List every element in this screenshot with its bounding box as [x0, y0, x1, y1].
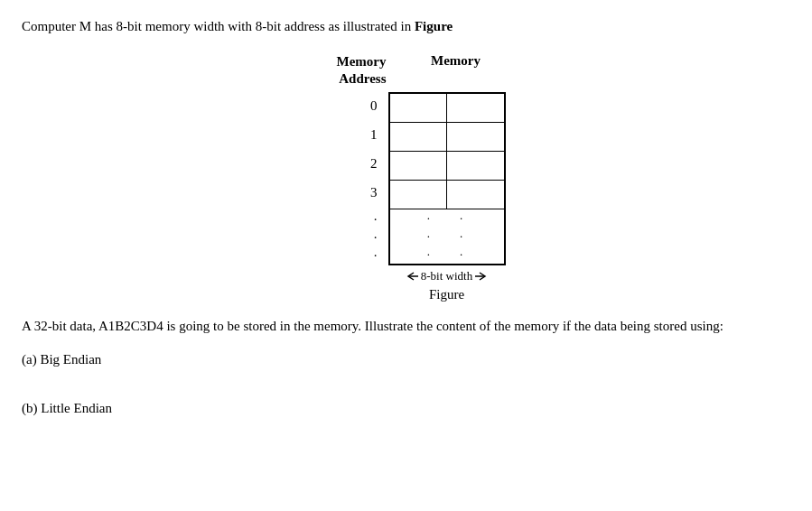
- addr-0: 0: [370, 92, 378, 121]
- intro-bold: Figure: [415, 19, 453, 33]
- mem-row-1: [390, 123, 504, 152]
- questions: A 32-bit data, A1B2C3D4 is going to be s…: [22, 315, 790, 421]
- mem-cell-0-left: [390, 94, 447, 122]
- right-arrow-icon: [474, 271, 487, 282]
- memory-table: · · · · · ·: [388, 92, 506, 265]
- mem-cell-2-left: [390, 152, 447, 180]
- bit-width-row: 8-bit width: [388, 269, 506, 283]
- left-arrow-icon: [406, 271, 419, 282]
- diagram-wrapper: MemoryAddress Memory 0 1 2 3 . . .: [22, 53, 790, 302]
- addr-2: 2: [370, 150, 378, 179]
- mem-dots: · ·: [390, 209, 504, 228]
- mem-cell-2-right: [447, 152, 504, 180]
- address-labels: 0 1 2 3 . . .: [307, 92, 388, 262]
- intro-before-bold: Computer M has 8-bit memory width with 8…: [22, 19, 415, 33]
- mem-row-2: [390, 152, 504, 181]
- mem-cell-0-right: [447, 94, 504, 122]
- mem-dots-2: · ·: [390, 228, 504, 246]
- addr-dot-1: .: [374, 208, 378, 226]
- question-text: A 32-bit data, A1B2C3D4 is going to be s…: [22, 315, 790, 339]
- part-a: (a) Big Endian: [22, 348, 790, 372]
- figure-label: Figure: [429, 287, 464, 302]
- header-address-label: MemoryAddress: [298, 53, 397, 88]
- intro-text: Computer M has 8-bit memory width with 8…: [22, 16, 790, 37]
- mem-cell-3-right: [447, 181, 504, 209]
- part-b: (b) Little Endian: [22, 397, 790, 421]
- mem-cell-1-right: [447, 123, 504, 151]
- mem-row-0: [390, 94, 504, 123]
- mem-cell-1-left: [390, 123, 447, 151]
- memory-table-container: · · · · · · 8-bit width: [388, 92, 506, 302]
- mem-dots-3: · ·: [390, 246, 504, 264]
- addr-dot-2: .: [374, 226, 378, 244]
- addr-1: 1: [370, 121, 378, 150]
- bit-width-arrow: 8-bit width: [406, 269, 487, 283]
- addr-dot-3: .: [374, 244, 378, 262]
- mem-cell-3-left: [390, 181, 447, 209]
- bit-width-label: 8-bit width: [421, 269, 472, 283]
- mem-row-3: [390, 181, 504, 209]
- header-memory-label: Memory: [397, 53, 515, 69]
- diagram-body: 0 1 2 3 . . .: [307, 92, 506, 302]
- diagram-header: MemoryAddress Memory: [298, 53, 515, 88]
- addr-3: 3: [370, 179, 378, 208]
